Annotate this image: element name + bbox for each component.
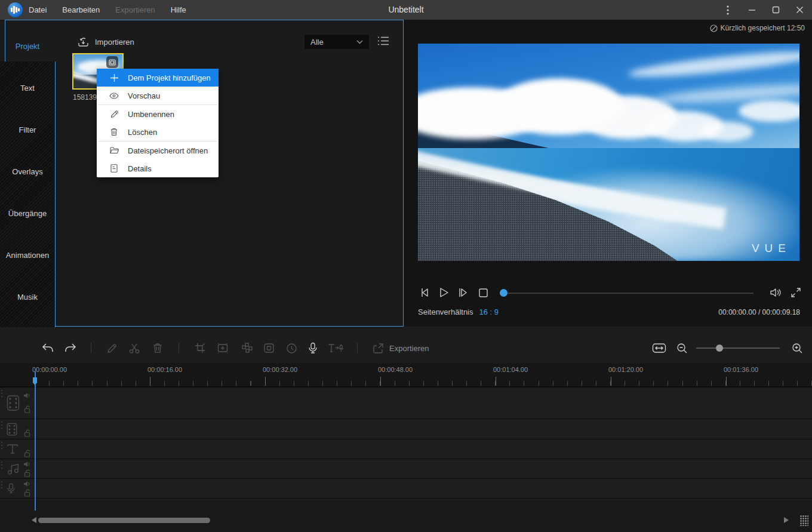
- window-controls: [719, 0, 808, 20]
- track-pip: [0, 419, 812, 439]
- menu-exportieren: Exportieren: [115, 5, 155, 14]
- timecode: 00:00:00.00 / 00:00:09.18: [718, 308, 800, 316]
- aspect-ratio-row: Seitenverhältnis 16 : 9 00:00:00.00 / 00…: [418, 307, 800, 316]
- mosaic-button[interactable]: [239, 340, 255, 356]
- track-text: [0, 439, 812, 459]
- lock-track-icon[interactable]: [24, 405, 31, 413]
- media-clip-name: 158139: [73, 93, 97, 102]
- lock-track-icon[interactable]: [24, 469, 31, 477]
- timeline-ruler[interactable]: 00:00:00.00 00:00:16.00 00:00:32.00 00:0…: [0, 363, 812, 387]
- scroll-right-arrow[interactable]: [784, 517, 789, 523]
- timeline-panel: Exportieren 00:00:00.00: [0, 327, 812, 532]
- film-icon: [7, 423, 17, 436]
- scroll-left-arrow[interactable]: [32, 517, 36, 523]
- sidebar-tab-uebergaenge[interactable]: Übergänge: [0, 209, 55, 218]
- split-scissors-button[interactable]: [127, 340, 142, 356]
- seek-handle[interactable]: [500, 289, 508, 297]
- context-item-delete[interactable]: Löschen: [97, 123, 219, 141]
- resize-grip[interactable]: [800, 515, 808, 526]
- next-frame-button[interactable]: [455, 285, 470, 300]
- music-icon: [7, 463, 20, 475]
- text-track-icon: [7, 443, 19, 455]
- more-menu-icon[interactable]: [719, 2, 737, 18]
- zoom-frame-button[interactable]: [215, 340, 230, 356]
- voiceover-button[interactable]: [305, 340, 321, 356]
- lock-track-icon[interactable]: [24, 489, 31, 497]
- context-item-rename[interactable]: Umbenennen: [97, 105, 219, 123]
- minimize-button[interactable]: [743, 2, 761, 18]
- crop-button[interactable]: [192, 340, 208, 356]
- ruler-label: 00:01:36.00: [724, 366, 758, 373]
- mute-track-icon[interactable]: [23, 461, 30, 468]
- file-icon: [109, 164, 119, 173]
- duration-button[interactable]: [284, 340, 299, 356]
- sidebar-tab-text[interactable]: Text: [0, 84, 55, 93]
- sidebar-tab-musik[interactable]: Musik: [0, 293, 55, 302]
- mute-track-icon[interactable]: [23, 392, 30, 399]
- track-voiceover: [0, 479, 812, 499]
- volume-icon[interactable]: [768, 285, 783, 300]
- menu-bearbeiten[interactable]: Bearbeiten: [62, 5, 100, 14]
- track-text-lane: [35, 439, 812, 459]
- export-button[interactable]: [370, 340, 386, 356]
- media-filter-dropdown[interactable]: Alle: [304, 35, 369, 49]
- sidebar-tab-animationen[interactable]: Animationen: [0, 251, 55, 260]
- pencil-icon: [109, 110, 119, 118]
- aspect-ratio-value[interactable]: 16 : 9: [479, 307, 499, 316]
- delete-clip-button[interactable]: [150, 340, 165, 356]
- edit-clip-button[interactable]: [104, 340, 120, 356]
- timeline-zoom-slider[interactable]: [696, 348, 780, 349]
- text-to-speech-button[interactable]: [328, 340, 343, 356]
- eye-icon: [109, 93, 119, 99]
- redo-button[interactable]: [63, 340, 78, 356]
- sidebar-tab-overlays[interactable]: Overlays: [0, 167, 55, 176]
- fullscreen-icon[interactable]: [788, 285, 804, 300]
- track-video: [0, 387, 812, 419]
- zoom-in-button[interactable]: [789, 340, 805, 356]
- stop-button[interactable]: [475, 285, 491, 300]
- toolbar-divider: [91, 343, 91, 353]
- import-button[interactable]: Importieren: [78, 37, 134, 47]
- menu-hilfe[interactable]: Hilfe: [171, 5, 186, 14]
- film-icon: [7, 395, 20, 411]
- undo-button[interactable]: [40, 340, 56, 356]
- context-item-details[interactable]: Details: [97, 159, 219, 177]
- track-music: [0, 459, 812, 479]
- sidebar-tab-filter[interactable]: Filter: [0, 125, 55, 134]
- freeze-frame-button[interactable]: [261, 340, 276, 356]
- mute-track-icon[interactable]: [23, 481, 30, 487]
- previous-frame-button[interactable]: [417, 285, 432, 300]
- lock-track-icon[interactable]: [24, 450, 31, 457]
- preview-panel: Kürzlich gespeichert 12:50 VUE: [404, 20, 812, 327]
- fit-timeline-button[interactable]: [651, 340, 667, 356]
- plus-icon: [109, 74, 119, 82]
- context-item-preview[interactable]: Vorschau: [97, 87, 219, 104]
- save-status: Kürzlich gespeichert 12:50: [710, 24, 805, 32]
- list-view-button[interactable]: [377, 36, 389, 46]
- saved-check-icon: [710, 24, 718, 32]
- context-item-open-file-location[interactable]: Dateispeicherort öffnen: [97, 142, 219, 159]
- ruler-label: 00:01:20.00: [608, 366, 643, 373]
- lock-track-icon[interactable]: [24, 429, 31, 437]
- video-cloud: [700, 122, 753, 142]
- menubar: Datei Bearbeiten Exportieren Hilfe: [29, 0, 186, 20]
- add-to-track-icon[interactable]: [106, 56, 118, 68]
- menu-datei[interactable]: Datei: [29, 5, 47, 14]
- maximize-button[interactable]: [767, 2, 785, 18]
- track-voiceover-lane: [35, 479, 812, 498]
- track-list: [0, 387, 812, 499]
- timeline-zoom-handle[interactable]: [716, 345, 723, 352]
- close-button[interactable]: [791, 2, 808, 18]
- zoom-out-button[interactable]: [674, 340, 690, 356]
- context-item-add-to-project[interactable]: Dem Projekt hinzufügen: [97, 69, 219, 87]
- seek-bar[interactable]: [503, 293, 753, 294]
- toolbar-divider: [179, 343, 179, 353]
- play-button[interactable]: [436, 285, 451, 300]
- horizontal-scrollbar[interactable]: [38, 518, 210, 523]
- ruler-label: 00:00:48.00: [378, 366, 413, 373]
- sidebar-tab-projekt[interactable]: Projekt: [0, 42, 55, 51]
- toolbar-divider: [357, 343, 358, 353]
- transport-controls: [404, 285, 812, 305]
- export-label[interactable]: Exportieren: [389, 344, 429, 353]
- track-music-lane: [35, 459, 812, 478]
